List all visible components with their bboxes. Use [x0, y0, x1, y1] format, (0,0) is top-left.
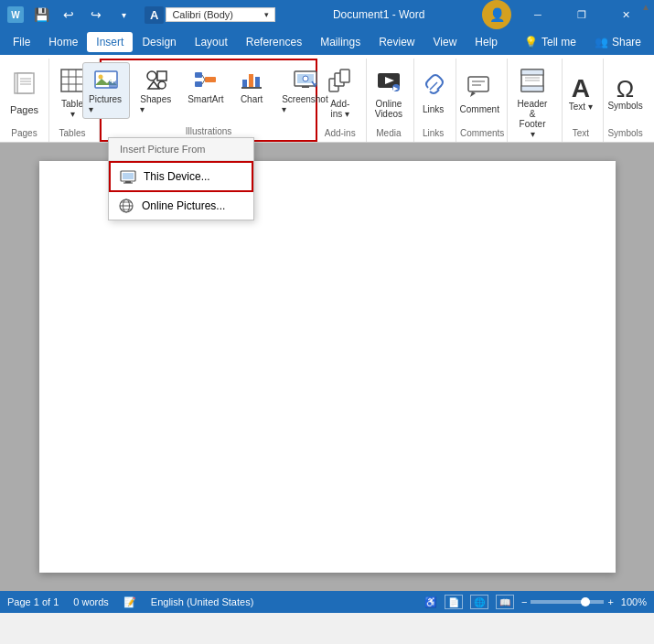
svg-rect-20 [195, 81, 202, 87]
svg-rect-43 [468, 77, 488, 91]
ribbon-group-illustrations: Pictures ▾ Shapes ▾ [100, 59, 317, 142]
document-area [0, 143, 654, 591]
menu-help[interactable]: Help [466, 32, 507, 52]
ribbon-group-text: A Text ▾ Text [563, 59, 605, 142]
lightbulb-icon: 💡 [524, 36, 538, 48]
shapes-icon [145, 69, 168, 92]
menu-design[interactable]: Design [133, 32, 185, 52]
online-videos-icon: ▶ [376, 68, 402, 97]
this-device-label: This Device... [144, 170, 210, 183]
zoom-slider[interactable]: − + [521, 596, 614, 607]
header-footer-icon [520, 68, 545, 97]
save-button[interactable]: 💾 [31, 5, 51, 25]
zoom-level[interactable]: 100% [621, 596, 647, 607]
header-footer-label: Header &Footer ▾ [518, 99, 548, 139]
customize-qat-button[interactable]: ▾ [113, 5, 134, 25]
view-read-button[interactable]: 📖 [496, 595, 514, 609]
this-device-item[interactable]: This Device... [109, 161, 253, 192]
pictures-label: Pictures ▾ [89, 94, 123, 114]
table-icon [59, 68, 85, 97]
svg-rect-55 [123, 173, 134, 179]
menu-layout[interactable]: Layout [186, 32, 237, 52]
symbols-button[interactable]: Ω Symbols [601, 60, 649, 126]
svg-point-30 [303, 76, 308, 81]
ribbon-group-symbols: Ω Symbols Symbols [604, 59, 650, 142]
zoom-track[interactable] [531, 600, 604, 604]
word-app-icon: W [7, 6, 24, 23]
svg-rect-16 [157, 71, 166, 80]
menu-share[interactable]: 👥 Share [585, 32, 650, 52]
document-page[interactable] [39, 161, 616, 573]
screenshot-button[interactable]: Screenshot ▾ [275, 62, 335, 119]
pictures-icon [94, 69, 118, 92]
pages-button[interactable]: Pages [4, 60, 45, 126]
close-button[interactable]: ✕ [605, 0, 647, 29]
pictures-button[interactable]: Pictures ▾ [82, 62, 130, 119]
comment-label: Comment [460, 104, 499, 114]
media-buttons: ▶ OnlineVideos [369, 60, 409, 126]
comment-button[interactable]: Comment [454, 60, 506, 126]
menu-insert[interactable]: Insert [87, 32, 133, 52]
symbols-icon: Ω [616, 77, 634, 101]
minimize-button[interactable]: ─ [517, 0, 559, 29]
text-button[interactable]: A Text ▾ [561, 60, 601, 126]
ribbon-group-pages: Pages Pages [4, 59, 49, 142]
ribbon-group-comments: Comment Comments [456, 59, 508, 142]
svg-point-11 [99, 75, 103, 80]
online-videos-label: OnlineVideos [375, 99, 402, 119]
font-label-icon: A [150, 8, 158, 22]
svg-rect-24 [241, 87, 262, 89]
menu-file[interactable]: File [4, 32, 39, 52]
redo-button[interactable]: ↪ [86, 5, 106, 25]
svg-marker-17 [148, 81, 159, 89]
ribbon-collapse-button[interactable]: ▲ [641, 2, 650, 12]
smartart-label: SmartArt [188, 94, 223, 104]
zoom-out-icon[interactable]: − [521, 596, 527, 607]
svg-line-23 [202, 80, 205, 84]
smartart-button[interactable]: SmartArt [184, 62, 228, 119]
symbols-buttons: Ω Symbols [601, 60, 649, 126]
text-icon: A [572, 76, 590, 102]
menu-mailings[interactable]: Mailings [311, 32, 370, 52]
chart-button[interactable]: Chart [231, 62, 272, 119]
ribbon-group-links: Links Links [414, 59, 456, 142]
quick-access-toolbar: 💾 ↩ ↪ ▾ [31, 5, 134, 25]
shapes-label: Shapes ▾ [140, 94, 173, 114]
ribbon-group-media: ▶ OnlineVideos Media [367, 59, 414, 142]
symbols-label: Symbols [607, 101, 642, 111]
text-group-label: Text [566, 128, 596, 140]
menu-tell-me[interactable]: 💡 Tell me [515, 32, 585, 52]
window-controls: 👤 ─ ❐ ✕ [482, 0, 647, 29]
view-print-button[interactable]: 📄 [445, 595, 463, 609]
restore-button[interactable]: ❐ [561, 0, 603, 29]
font-dropdown-icon: ▾ [264, 10, 269, 19]
pages-label: Pages [10, 104, 38, 115]
svg-rect-5 [61, 70, 83, 91]
user-avatar: 👤 [482, 0, 511, 29]
menu-home[interactable]: Home [39, 32, 87, 52]
text-buttons: A Text ▾ [561, 60, 601, 126]
svg-rect-21 [205, 77, 216, 82]
font-name-display[interactable]: Calibri (Body) ▾ [166, 7, 275, 22]
svg-rect-31 [302, 86, 309, 88]
screenshot-icon [294, 69, 317, 92]
language-indicator[interactable]: English (United States) [151, 596, 254, 607]
online-videos-button[interactable]: ▶ OnlineVideos [369, 60, 409, 126]
online-pictures-item[interactable]: Online Pictures... [109, 192, 253, 220]
view-web-button[interactable]: 🌐 [470, 595, 488, 609]
menu-review[interactable]: Review [370, 32, 423, 52]
pages-buttons: Pages [4, 60, 45, 126]
shapes-button[interactable]: Shapes ▾ [134, 62, 179, 119]
menu-view[interactable]: View [424, 32, 466, 52]
header-footer-buttons: Header &Footer ▾ [511, 60, 554, 136]
ribbon-group-header-footer: Header &Footer ▾ [508, 59, 563, 142]
svg-line-42 [430, 82, 437, 90]
zoom-in-icon[interactable]: + [607, 596, 613, 607]
header-footer-button[interactable]: Header &Footer ▾ [511, 70, 554, 136]
links-button[interactable]: Links [413, 60, 454, 126]
menu-references[interactable]: References [237, 32, 311, 52]
online-pictures-icon [118, 198, 134, 214]
tables-group-label: Tables [53, 128, 91, 140]
status-bar: Page 1 of 1 0 words 📝 English (United St… [0, 591, 654, 613]
undo-button[interactable]: ↩ [59, 5, 79, 25]
